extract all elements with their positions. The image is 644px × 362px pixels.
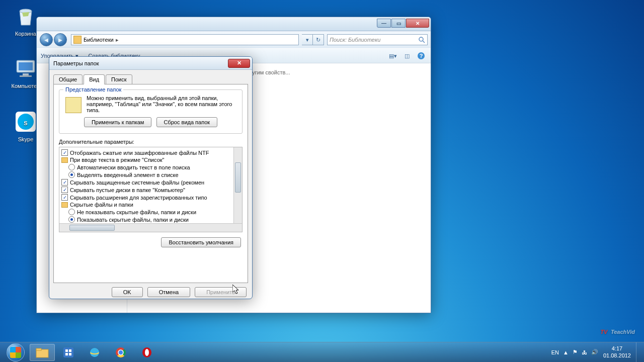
- group-legend: Представление папок: [63, 86, 123, 93]
- dialog-buttons: OK Отмена Применить: [49, 287, 252, 301]
- tree-node[interactable]: Скрытые файлы и папки: [61, 201, 240, 208]
- chevron-right-icon[interactable]: ▸: [114, 37, 121, 43]
- radio[interactable]: [68, 164, 75, 170]
- tree-node[interactable]: Не показывать скрытые файлы, папки и дис…: [61, 208, 240, 216]
- apply-button[interactable]: Применить: [195, 287, 247, 297]
- svg-text:?: ?: [420, 53, 423, 59]
- address-bar[interactable]: Библиотеки ▸: [71, 34, 299, 45]
- window-titlebar[interactable]: — ▭ ✕: [37, 17, 431, 31]
- svg-line-9: [423, 41, 425, 43]
- svg-point-31: [145, 349, 149, 356]
- svg-point-24: [90, 348, 99, 357]
- tree-node-label: Скрывать защищенные системные файлы (рек…: [70, 179, 204, 186]
- svg-rect-23: [69, 353, 71, 355]
- nav-back-button[interactable]: ◄: [40, 33, 53, 46]
- trash-icon: [14, 4, 38, 28]
- computer-icon: [14, 56, 38, 80]
- tray-action-center-icon[interactable]: ⚑: [573, 349, 578, 355]
- show-desktop-button[interactable]: [636, 342, 642, 363]
- app-icon: [62, 346, 74, 358]
- radio[interactable]: [68, 216, 75, 223]
- view-mode-button[interactable]: ▤▾: [387, 50, 398, 61]
- scrollbar-thumb[interactable]: [235, 162, 241, 193]
- system-tray[interactable]: EN ▲ ⚑ 🖧 🔊 4:17 01.08.2012: [549, 342, 642, 363]
- checkbox[interactable]: [61, 149, 68, 156]
- taskbar-item-app[interactable]: [56, 344, 81, 361]
- tree-node[interactable]: Скрывать пустые диски в папке "Компьютер…: [61, 186, 240, 194]
- folder-views-icon: [65, 97, 82, 113]
- restore-defaults-button[interactable]: Восстановить умолчания: [161, 237, 241, 247]
- taskbar-item-explorer[interactable]: [30, 344, 55, 361]
- taskbar-item-chrome[interactable]: [108, 344, 133, 361]
- maximize-button[interactable]: ▭: [391, 19, 406, 28]
- tree-node[interactable]: При вводе текста в режиме "Список": [61, 156, 240, 163]
- tab-view[interactable]: Вид: [84, 74, 105, 84]
- tray-time: 4:17: [603, 345, 631, 352]
- tree-node[interactable]: Показывать скрытые файлы, папки и диски: [61, 216, 240, 223]
- search-input[interactable]: Поиск: Библиотеки: [327, 34, 428, 45]
- svg-rect-22: [65, 353, 68, 355]
- tab-general[interactable]: Общие: [53, 74, 83, 84]
- explorer-icon: [35, 346, 49, 358]
- advanced-settings-tree[interactable]: Отображать сжатые или зашифрованные файл…: [59, 147, 243, 232]
- vertical-scrollbar[interactable]: [233, 147, 242, 223]
- tree-node-label: Скрытые файлы и папки: [70, 202, 133, 208]
- taskbar[interactable]: EN ▲ ⚑ 🖧 🔊 4:17 01.08.2012: [0, 342, 644, 362]
- cancel-button[interactable]: Отмена: [147, 287, 190, 297]
- checkbox[interactable]: [61, 179, 68, 186]
- chrome-icon: [115, 346, 127, 358]
- tab-strip: Общие Вид Поиск: [49, 70, 252, 84]
- tree-node[interactable]: Скрывать защищенные системные файлы (рек…: [61, 178, 240, 186]
- radio[interactable]: [68, 209, 75, 215]
- tree-node-label: Автоматически вводить текст в поле поиск…: [77, 164, 190, 170]
- tab-search[interactable]: Поиск: [106, 74, 132, 84]
- help-button[interactable]: ?: [416, 50, 427, 61]
- preview-pane-button[interactable]: ◫: [401, 50, 413, 61]
- close-button[interactable]: ✕: [406, 19, 429, 28]
- tree-node-label: Скрывать расширения для зарегистрированн…: [70, 195, 207, 201]
- tree-node-label: Отображать сжатые или зашифрованные файл…: [70, 150, 209, 156]
- ok-button[interactable]: OK: [112, 287, 143, 297]
- tray-flag-icon[interactable]: ▲: [563, 349, 569, 355]
- reset-folders-button[interactable]: Сброс вида папок: [156, 117, 218, 127]
- refresh-button[interactable]: ↻: [313, 34, 324, 45]
- breadcrumb[interactable]: Библиотеки: [84, 37, 114, 43]
- scrollbar-thumb[interactable]: [69, 225, 115, 231]
- svg-rect-2: [19, 62, 33, 70]
- language-indicator[interactable]: EN: [551, 349, 559, 355]
- windows-orb-icon: [7, 343, 25, 361]
- tree-node-label: Скрывать пустые диски в папке "Компьютер…: [70, 187, 185, 193]
- tray-date: 01.08.2012: [603, 352, 631, 359]
- apply-to-folders-button[interactable]: Применить к папкам: [84, 117, 152, 127]
- tree-node[interactable]: Выделять введенный элемент в списке: [61, 171, 240, 178]
- taskbar-item-opera[interactable]: [134, 344, 159, 361]
- checkbox[interactable]: [61, 187, 68, 193]
- dialog-titlebar[interactable]: Параметры папок ✕: [49, 57, 252, 70]
- svg-point-8: [419, 37, 423, 41]
- horizontal-scrollbar[interactable]: [59, 223, 242, 232]
- tray-clock[interactable]: 4:17 01.08.2012: [603, 345, 631, 358]
- folder-icon: [61, 157, 68, 163]
- dialog-title: Параметры папок: [53, 60, 228, 66]
- minimize-button[interactable]: —: [377, 19, 391, 28]
- start-button[interactable]: [2, 342, 29, 363]
- svg-rect-19: [63, 347, 73, 357]
- svg-rect-4: [20, 75, 32, 77]
- opera-icon: [141, 346, 153, 358]
- taskbar-item-ie[interactable]: [82, 344, 107, 361]
- radio[interactable]: [68, 171, 75, 178]
- skype-icon: S: [14, 110, 38, 134]
- tray-network-icon[interactable]: 🖧: [582, 349, 587, 355]
- svg-rect-20: [65, 349, 68, 352]
- checkbox[interactable]: [61, 194, 68, 201]
- tree-node[interactable]: Скрывать расширения для зарегистрированн…: [61, 194, 240, 201]
- tree-node-label: Выделять введенный элемент в списке: [77, 172, 179, 178]
- tree-node[interactable]: Автоматически вводить текст в поле поиск…: [61, 163, 240, 171]
- tree-node[interactable]: Отображать сжатые или зашифрованные файл…: [61, 149, 240, 156]
- nav-forward-button[interactable]: ►: [54, 33, 67, 46]
- tray-volume-icon[interactable]: 🔊: [591, 349, 598, 355]
- svg-text:S: S: [24, 120, 27, 126]
- folder-icon: [61, 202, 68, 208]
- close-button[interactable]: ✕: [228, 59, 250, 68]
- address-dropdown-button[interactable]: ▾: [302, 34, 313, 45]
